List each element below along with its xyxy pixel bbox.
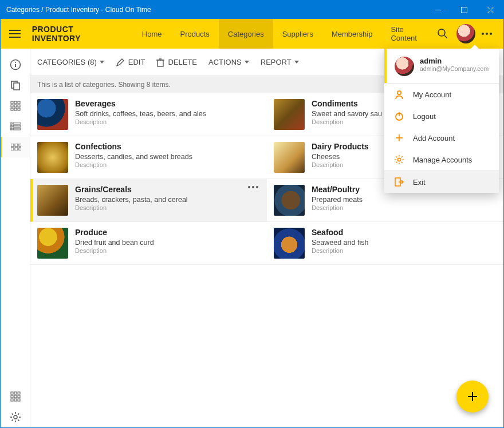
nav-categories[interactable]: Categories [219, 19, 273, 49]
svg-rect-39 [14, 395, 17, 398]
delete-button[interactable]: DELETE [156, 58, 197, 67]
svg-rect-27 [10, 128, 12, 130]
svg-rect-23 [10, 122, 12, 124]
category-subtitle: Dried fruit and bean curd [75, 239, 260, 247]
user-menu-label: Logout [413, 112, 436, 121]
svg-line-52 [18, 414, 19, 415]
category-thumb [274, 99, 305, 130]
svg-line-49 [11, 414, 13, 415]
chevron-down-icon [245, 61, 249, 64]
sidebar-info-icon[interactable] [1, 54, 30, 75]
category-card[interactable]: BeveragesSoft drinks, coffees, teas, bee… [30, 93, 267, 136]
category-card[interactable]: SeafoodSeaweed and fishDescription [267, 222, 503, 265]
svg-rect-24 [13, 122, 21, 124]
card-more-button[interactable] [247, 186, 259, 188]
user-menu-header[interactable]: admin admin@MyCompany.com [384, 49, 499, 83]
chevron-down-icon [100, 61, 104, 64]
nav-suppliers[interactable]: Suppliers [273, 19, 322, 49]
window-title: Categories / Product Inventory - Cloud O… [6, 6, 151, 14]
svg-rect-14 [11, 101, 13, 104]
svg-rect-31 [19, 144, 21, 146]
svg-rect-41 [11, 399, 13, 401]
sidebar-apps-icon[interactable] [1, 386, 30, 407]
svg-rect-38 [11, 395, 13, 398]
actions-dropdown[interactable]: ACTIONS [208, 58, 249, 66]
svg-rect-21 [14, 108, 17, 110]
category-desc-label: Description [75, 118, 260, 125]
sidebar-settings-icon[interactable] [1, 407, 30, 427]
category-thumb [37, 185, 68, 216]
svg-rect-16 [18, 101, 20, 104]
svg-rect-53 [158, 60, 163, 66]
window-close[interactable] [477, 1, 503, 19]
top-nav: HomeProductsCategoriesSuppliersMembershi… [133, 19, 433, 49]
svg-rect-19 [18, 105, 20, 107]
svg-line-51 [11, 419, 13, 421]
category-thumb [274, 142, 305, 173]
report-dropdown[interactable]: REPORT [261, 58, 299, 66]
user-menu-my-account[interactable]: My Account [384, 84, 499, 105]
power-icon [392, 111, 406, 121]
sidebar-list-icon[interactable] [1, 116, 30, 137]
category-card[interactable]: Grains/CerealsBreads, crackers, pasta, a… [30, 179, 267, 222]
user-menu-exit[interactable]: Exit [384, 171, 499, 193]
svg-line-69 [401, 156, 403, 157]
more-button[interactable] [479, 33, 495, 35]
svg-point-44 [14, 415, 17, 419]
category-card[interactable]: ProduceDried fruit and bean curdDescript… [30, 222, 267, 265]
svg-rect-20 [11, 108, 13, 110]
exit-icon [392, 177, 406, 187]
user-menu-add-account[interactable]: Add Account [384, 127, 499, 149]
category-title: Grains/Cereals [75, 185, 260, 194]
categories-dropdown[interactable]: CATEGORIES (8) [37, 58, 104, 66]
svg-rect-30 [15, 144, 18, 146]
category-title: Confections [75, 142, 260, 151]
svg-rect-40 [18, 395, 20, 398]
svg-rect-33 [15, 148, 18, 150]
nav-membership[interactable]: Membership [322, 19, 382, 49]
svg-rect-32 [11, 148, 14, 150]
sidebar-cards-icon[interactable] [1, 137, 30, 157]
user-menu-avatar [395, 57, 414, 76]
svg-rect-15 [14, 101, 17, 104]
category-thumb [274, 185, 305, 216]
titlebar: Categories / Product Inventory - Cloud O… [1, 1, 503, 19]
plus-icon [392, 133, 406, 143]
category-desc-label: Description [75, 247, 260, 254]
svg-line-68 [396, 162, 397, 163]
window-maximize[interactable] [451, 1, 477, 19]
window-minimize[interactable] [424, 1, 451, 19]
svg-point-11 [15, 62, 16, 63]
category-desc-label: Description [75, 204, 260, 211]
gear-icon [10, 411, 21, 423]
svg-point-61 [397, 158, 400, 161]
svg-line-67 [401, 162, 403, 163]
user-avatar[interactable] [456, 24, 475, 43]
user-menu-manage-accounts[interactable]: Manage Accounts [384, 149, 499, 171]
category-subtitle: Breads, crackers, pasta, and cereal [75, 196, 260, 204]
categories-label: CATEGORIES (8) [37, 58, 97, 66]
nav-products[interactable]: Products [171, 19, 219, 49]
hamburger-button[interactable] [1, 30, 30, 38]
svg-rect-1 [461, 7, 467, 13]
nav-home[interactable]: Home [133, 19, 171, 49]
svg-point-7 [438, 29, 445, 36]
edit-button[interactable]: EDIT [116, 58, 145, 67]
trash-icon [156, 58, 164, 67]
category-card[interactable]: ConfectionsDesserts, candies, and sweet … [30, 136, 267, 179]
category-title: Produce [75, 228, 260, 237]
sidebar-copy-icon[interactable] [1, 75, 30, 96]
user-menu-label: Exit [413, 178, 426, 187]
person-icon [392, 89, 406, 100]
search-button[interactable] [433, 23, 453, 44]
nav-site-content[interactable]: Site Content [381, 19, 432, 49]
svg-rect-37 [18, 392, 20, 394]
user-menu-logout[interactable]: Logout [384, 105, 499, 127]
user-menu-name: admin [420, 57, 489, 65]
category-subtitle: Seaweed and fish [312, 239, 497, 247]
plus-icon [466, 390, 479, 403]
category-thumb [37, 99, 68, 130]
fab-add[interactable] [456, 381, 489, 413]
dots-icon [482, 33, 484, 35]
sidebar-grid-small-icon[interactable] [1, 96, 30, 116]
